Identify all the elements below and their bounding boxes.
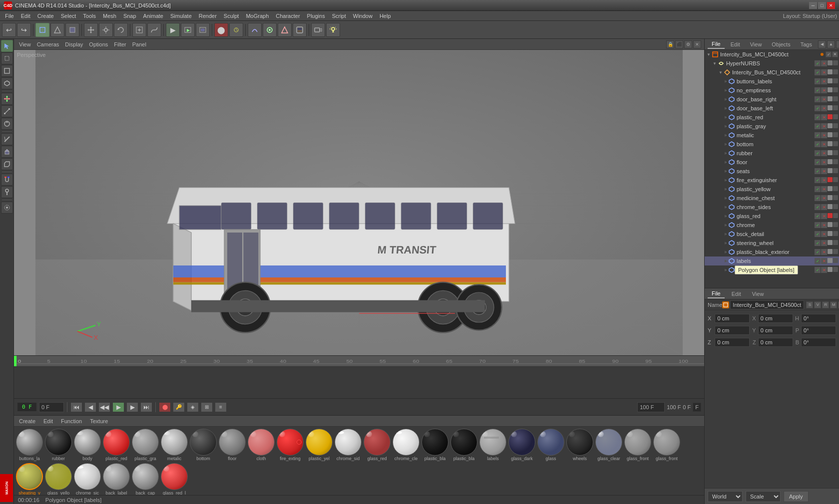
obj-panel-btn-2[interactable]: ▲ (827, 40, 835, 48)
maximize-button[interactable]: □ (818, 2, 826, 9)
material-plastic-black-2[interactable]: plastic_bla (450, 429, 477, 461)
go-to-prev-button[interactable]: ◀ (84, 402, 96, 412)
attr-tab-edit[interactable]: Edit (728, 290, 745, 298)
material-floor[interactable]: floor (219, 429, 246, 461)
knife-tool-button[interactable] (1, 133, 13, 145)
menu-render[interactable]: Render (196, 12, 220, 20)
menu-window[interactable]: Window (350, 12, 376, 20)
menu-help[interactable]: Help (377, 12, 394, 20)
viewport-lock-button[interactable]: 🔒 (666, 40, 674, 48)
tree-item-bottom[interactable]: ▶ bottom ✓ ✕ (705, 140, 839, 149)
material-sheating[interactable]: sheating_v (16, 463, 43, 496)
keyframe-button[interactable]: ⬤ (214, 23, 228, 37)
add-object-button[interactable] (132, 23, 146, 37)
material-body[interactable]: body (74, 429, 101, 461)
frame-rate-button[interactable]: ⊞ (201, 402, 213, 412)
viewport-settings-button[interactable]: ⚙ (684, 40, 692, 48)
go-to-end-button[interactable]: ⏭ (140, 402, 152, 412)
auto-keying-button[interactable]: 🔑 (173, 402, 185, 412)
material-fire-extinguisher[interactable]: fire_exting (277, 429, 304, 461)
material-cloth[interactable]: cloth (248, 429, 275, 461)
tree-item-rubber[interactable]: ▶ rubber ✓ ✕ (705, 149, 839, 158)
scale-select[interactable]: Scale (746, 491, 781, 502)
material-glass-red-l[interactable]: glass_red_l (161, 463, 188, 496)
model-mode-button[interactable] (35, 23, 49, 37)
play-button[interactable]: ▶ (112, 402, 124, 412)
object-tree[interactable]: ▼ Intercity_Bus_MCI_D4500ct ✓ ✕ (705, 50, 839, 288)
menu-mesh[interactable]: Mesh (100, 12, 119, 20)
effector-button[interactable] (278, 23, 292, 37)
menu-create[interactable]: Create (34, 12, 57, 20)
autokey-button[interactable] (229, 23, 243, 37)
material-chrome-clear[interactable]: chrome_cle (393, 429, 420, 461)
rotate-button[interactable] (114, 23, 128, 37)
snap-tool-button[interactable] (1, 202, 13, 214)
scale-tool-button[interactable] (1, 105, 13, 117)
viewport-menu-cameras[interactable]: Cameras (35, 41, 61, 48)
material-back-label[interactable]: back_label (103, 463, 130, 496)
obj-panel-btn-3[interactable]: ▼ (836, 40, 839, 48)
tab-edit[interactable]: Edit (727, 40, 744, 48)
tree-item-hypernurbs[interactable]: ▼ HyperNURBS ✓ ✕ (705, 59, 839, 68)
tree-item-plastic-yellow[interactable]: ▶ plastic_yellow ✓ ✕ (705, 185, 839, 194)
render-region-button[interactable] (196, 23, 210, 37)
extrude-tool-button[interactable] (1, 146, 13, 158)
viewport-canvas[interactable]: Perspective (14, 50, 704, 355)
tree-item-no-emptiness[interactable]: ▶ no_emptiness ✓ ✕ (705, 86, 839, 95)
material-glass-front-2[interactable]: glass_front (653, 429, 680, 461)
menu-mograph[interactable]: MoGraph (243, 12, 272, 20)
tree-item-floor[interactable]: ▶ floor ✓ ✕ (705, 158, 839, 167)
tree-item-chrome-sides[interactable]: ▶ chrome_sides ✓ ✕ (705, 203, 839, 212)
record-button[interactable]: ⬤ (159, 402, 171, 412)
tab-file[interactable]: File (708, 40, 725, 49)
menu-plugins[interactable]: Plugins (304, 12, 328, 20)
material-glass[interactable]: glass (537, 429, 564, 461)
scale-button[interactable] (99, 23, 113, 37)
tree-item-seats[interactable]: ▶ seats ✓ ✕ (705, 167, 839, 176)
camera-button[interactable] (311, 23, 325, 37)
menu-snap[interactable]: Snap (120, 12, 139, 20)
material-back-cap[interactable]: back_cap (132, 463, 159, 496)
attr-p-input[interactable] (801, 326, 836, 335)
menu-animate[interactable]: Animate (140, 12, 166, 20)
material-glass-yellow[interactable]: glass_yello (45, 463, 72, 496)
tree-item-glass-red[interactable]: ▶ glass_red ✓ ✕ (705, 212, 839, 221)
mat-menu-function[interactable]: Function (59, 418, 84, 425)
mat-menu-create[interactable]: Create (17, 418, 37, 425)
material-plastic-gray[interactable]: plastic_gra (132, 429, 159, 461)
viewport-menu-panel[interactable]: Panel (130, 41, 148, 48)
material-buttons-labels[interactable]: buttons_la (16, 429, 43, 461)
tree-item-glass-shell[interactable]: ▶ glass_shell ✓ ✕ (705, 265, 839, 274)
attr-sz-input[interactable] (758, 338, 793, 347)
material-wheels[interactable]: wheels (566, 429, 593, 461)
viewport[interactable]: View Cameras Display Options Filter Pane… (14, 39, 704, 355)
bevel-tool-button[interactable] (1, 158, 13, 170)
material-labels[interactable]: labels (479, 429, 506, 461)
deformer-button[interactable] (248, 23, 262, 37)
menu-character[interactable]: Character (273, 12, 303, 20)
tree-item-steering-wheel[interactable]: ▶ steering_wheel ✓ ✕ (705, 239, 839, 248)
attr-b-input[interactable] (801, 338, 836, 347)
viewport-maximize-button[interactable]: ⬛ (675, 40, 683, 48)
menu-edit[interactable]: Edit (18, 12, 33, 20)
menu-file[interactable]: File (2, 12, 17, 20)
menu-tools[interactable]: Tools (80, 12, 99, 20)
viewport-menu-filter[interactable]: Filter (112, 41, 128, 48)
material-glass-red[interactable]: glass_red (364, 429, 391, 461)
material-chrome-sides[interactable]: chrome_sid (335, 429, 362, 461)
brush-tool-button[interactable] (1, 186, 13, 198)
selection-tool-button[interactable] (1, 40, 13, 52)
tree-item-labels[interactable]: ▶ labels ✓ ✕ (705, 256, 839, 265)
material-rubber[interactable]: rubber (45, 429, 72, 461)
menu-select[interactable]: Select (58, 12, 79, 20)
environment-button[interactable] (293, 23, 307, 37)
material-plastic-red[interactable]: plastic_red (103, 429, 130, 461)
obj-panel-btn-1[interactable]: ◀ (818, 40, 826, 48)
move-button[interactable] (84, 23, 98, 37)
tree-item-bsck-detail[interactable]: ▶ bsck_detail ✓ ✕ (705, 230, 839, 239)
polygon-select-button[interactable] (1, 77, 13, 89)
tree-item-plastic-gray[interactable]: ▶ plastic_gray ✓ ✕ (705, 122, 839, 131)
close-button[interactable]: ✕ (827, 2, 835, 9)
attr-y-input[interactable] (715, 326, 750, 335)
attr-sy-input[interactable] (758, 326, 793, 335)
